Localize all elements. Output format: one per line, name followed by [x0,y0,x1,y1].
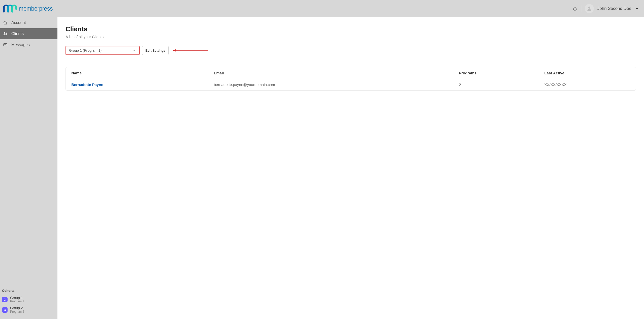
sidebar-item-clients[interactable]: Clients [0,28,57,39]
app-header: memberpress John Second Doe [0,0,644,17]
client-name-link[interactable]: Bernadette Payne [71,82,103,87]
page-subtitle: A list of all your Clients. [66,35,636,39]
user-display-name: John Second Doe [597,6,631,11]
sidebar-item-messages[interactable]: Messages [0,39,57,50]
home-icon [3,20,8,25]
memberpress-mark-icon [3,4,17,13]
col-header-programs: Programs [453,67,539,79]
brand-name: memberpress [19,5,53,12]
client-last-active: XX/XX/XXXX [539,79,636,91]
controls-row: Group 1 (Program 1) Edit Settings [66,46,636,55]
svg-point-2 [6,33,7,34]
user-icon [586,6,592,12]
avatar[interactable] [585,4,594,13]
cohort-item[interactable]: G Group 2 Program 2 [2,305,56,315]
clients-table: Name Email Programs Last Active Bernadet… [66,67,636,91]
page-title: Clients [66,25,636,33]
svg-point-1 [4,33,5,34]
annotation-arrow-icon [173,49,208,52]
sidebar-item-account[interactable]: Account [0,17,57,28]
cohort-name: Group 2 [10,306,24,310]
cohort-badge: G [2,307,8,313]
main-content: Clients A list of all your Clients. Grou… [57,17,644,319]
cohort-name: Group 1 [10,296,24,300]
chevron-down-icon [133,49,136,52]
cohort-item[interactable]: G Group 1 Program 1 [2,295,56,305]
chevron-down-icon[interactable] [635,7,639,11]
table-header-row: Name Email Programs Last Active [66,67,636,79]
cohorts-section: Cohorts G Group 1 Program 1 G Group 2 Pr… [0,285,57,319]
svg-rect-5 [4,44,7,46]
svg-marker-7 [173,49,176,52]
cohort-badge: G [2,297,8,302]
sidebar-item-label: Clients [11,32,24,36]
group-select[interactable]: Group 1 (Program 1) [66,46,140,55]
sidebar-item-label: Messages [11,43,30,47]
cohort-sub: Program 2 [10,310,24,313]
users-icon [3,32,8,36]
col-header-last-active: Last Active [539,67,636,79]
notifications-icon[interactable] [572,6,577,11]
sidebar: Account Clients Messages [0,17,57,319]
group-select-value: Group 1 (Program 1) [69,48,102,52]
col-header-email: Email [208,67,454,79]
header-actions: John Second Doe [572,4,639,13]
edit-settings-button[interactable]: Edit Settings [142,46,169,55]
col-header-name: Name [66,67,208,79]
sidebar-item-label: Account [11,20,26,25]
brand-logo[interactable]: memberpress [3,4,53,13]
header-separator [581,6,581,12]
client-email: bernadette.payne@yourdomain.com [208,79,454,91]
svg-point-0 [588,7,590,9]
client-programs: 2 [453,79,539,91]
cohort-sub: Program 1 [10,300,24,303]
table-row[interactable]: Bernadette Payne bernadette.payne@yourdo… [66,79,636,91]
message-icon [3,43,8,47]
cohorts-heading: Cohorts [2,287,56,295]
